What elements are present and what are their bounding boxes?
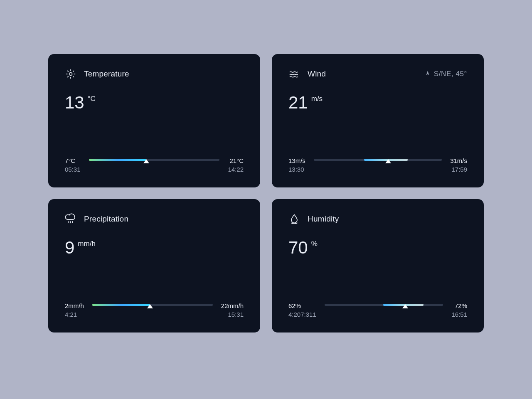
range-max-time: 17:59 — [450, 165, 467, 174]
range-min-value: 62% — [288, 301, 316, 310]
range-max-time: 15:31 — [221, 310, 244, 319]
range-min-time: 4:207:311 — [288, 310, 316, 319]
range-thumb[interactable] — [143, 159, 149, 163]
range-thumb[interactable] — [385, 159, 391, 163]
card-title: Humidity — [308, 214, 339, 224]
range-slider[interactable] — [92, 301, 213, 306]
humidity-value: 70 — [288, 239, 308, 256]
range-thumb[interactable] — [147, 304, 153, 308]
range-max-time: 16:51 — [451, 310, 467, 319]
precipitation-card: Precipitation 9 mm/h 2mm/h 4:21 22mm/h 1… — [48, 199, 260, 332]
precipitation-unit: mm/h — [78, 240, 96, 248]
svg-point-0 — [69, 73, 72, 76]
range-min: 62% 4:207:311 — [288, 301, 316, 320]
range-min-time: 4:21 — [65, 310, 84, 319]
sun-icon — [65, 68, 76, 80]
svg-line-8 — [73, 71, 74, 72]
humidity-icon — [288, 213, 300, 225]
card-title: Precipitation — [84, 214, 128, 224]
range-slider[interactable] — [325, 301, 443, 306]
range-max-time: 14:22 — [228, 165, 244, 174]
temperature-unit: °C — [88, 95, 96, 103]
range-min-time: 13:30 — [288, 165, 305, 174]
card-title: Wind — [308, 69, 326, 79]
range-max: 72% 16:51 — [451, 301, 467, 320]
wind-icon — [288, 68, 300, 80]
range-slider[interactable] — [314, 156, 442, 161]
range-max: 22mm/h 15:31 — [221, 301, 244, 320]
range-min-time: 05:31 — [65, 165, 81, 174]
rain-icon — [65, 213, 76, 225]
wind-direction: S/NE, 45° — [425, 70, 467, 78]
range-fill — [92, 304, 150, 306]
range-min-value: 13m/s — [288, 156, 305, 165]
svg-line-6 — [73, 76, 74, 77]
temperature-card: Temperature 13 °C 7°C 05:31 21°C 14:22 — [48, 54, 260, 187]
humidity-unit: % — [311, 240, 318, 248]
range-min: 7°C 05:31 — [65, 156, 81, 175]
range-slider[interactable] — [89, 156, 220, 161]
card-title: Temperature — [84, 69, 129, 79]
range-max-value: 31m/s — [450, 156, 467, 165]
range-min-value: 2mm/h — [65, 301, 84, 310]
svg-line-7 — [68, 76, 69, 77]
range-max-value: 72% — [451, 301, 467, 310]
range-max-value: 22mm/h — [221, 301, 244, 310]
compass-icon — [425, 70, 431, 78]
range-max: 21°C 14:22 — [228, 156, 244, 175]
wind-value: 21 — [288, 94, 308, 111]
weather-card-grid: Temperature 13 °C 7°C 05:31 21°C 14:22 — [0, 0, 532, 399]
range-thumb[interactable] — [402, 304, 408, 308]
range-max: 31m/s 17:59 — [450, 156, 467, 175]
precipitation-value: 9 — [65, 239, 74, 256]
range-min-value: 7°C — [65, 156, 81, 165]
humidity-card: Humidity 70 % 62% 4:207:311 72% 16:51 — [272, 199, 484, 332]
temperature-value: 13 — [65, 94, 84, 111]
range-fill — [89, 159, 147, 161]
range-min: 2mm/h 4:21 — [65, 301, 84, 320]
range-max-value: 21°C — [228, 156, 244, 165]
wind-direction-label: S/NE, 45° — [434, 70, 467, 78]
wind-card: Wind S/NE, 45° 21 m/s 13m/s 13:30 — [272, 54, 484, 187]
range-min: 13m/s 13:30 — [288, 156, 305, 175]
wind-unit: m/s — [311, 95, 323, 103]
svg-line-5 — [68, 71, 69, 72]
